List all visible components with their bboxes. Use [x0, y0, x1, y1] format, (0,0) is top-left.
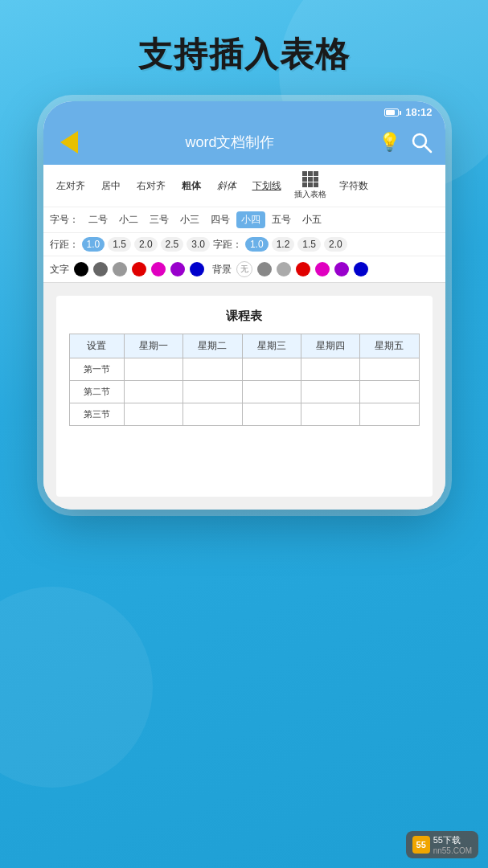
cell-mon-1[interactable] [124, 358, 182, 381]
line-spacing-25[interactable]: 2.5 [161, 237, 184, 252]
bg-color-label: 背景 [212, 263, 232, 276]
cell-fri-2[interactable] [360, 381, 419, 403]
text-color-label: 文字 [50, 263, 69, 276]
bulb-icon[interactable]: 💡 [379, 132, 400, 153]
font-size-san[interactable]: 三号 [145, 211, 174, 228]
char-spacing-label: 字距： [213, 238, 242, 252]
char-spacing-1[interactable]: 1.0 [245, 237, 269, 252]
back-button[interactable] [56, 129, 82, 155]
line-spacing-label: 行距： [50, 238, 79, 252]
text-color-gray[interactable] [113, 262, 127, 276]
document-inner: 课程表 设置 星期一 星期二 星期三 星期四 星期五 第一节 [56, 296, 433, 497]
watermark-site: 55下载 [433, 834, 472, 846]
cell-tue-2[interactable] [183, 381, 242, 403]
cell-tue-3[interactable] [183, 403, 242, 426]
page-title: 支持插入表格 [0, 0, 488, 93]
cell-thu-1[interactable] [301, 358, 359, 381]
bg-no-color-button[interactable]: 无 [236, 261, 252, 277]
bg-color-red[interactable] [296, 262, 310, 276]
header-cell-tue: 星期二 [183, 334, 242, 358]
header-cell-thu: 星期四 [301, 334, 359, 358]
cell-wed-1[interactable] [242, 358, 301, 381]
watermark: 55 55下载 nn55.COM [406, 831, 478, 858]
search-button[interactable] [410, 131, 433, 154]
bg-color-gray[interactable] [277, 262, 291, 276]
line-spacing-15[interactable]: 1.5 [108, 237, 131, 252]
char-spacing-2[interactable]: 2.0 [324, 237, 347, 252]
status-bar: 18:12 [43, 101, 445, 123]
spacing-row: 行距： 1.0 1.5 2.0 2.5 3.0 字距： 1.0 1.2 1.5 … [43, 233, 445, 256]
line-spacing-3[interactable]: 3.0 [187, 237, 210, 252]
cell-fri-3[interactable] [360, 403, 419, 426]
table-row: 第二节 [69, 381, 419, 403]
header-cell-wed: 星期三 [242, 334, 301, 358]
watermark-logo: 55 [412, 836, 430, 854]
schedule-table: 设置 星期一 星期二 星期三 星期四 星期五 第一节 [69, 334, 420, 426]
watermark-domain: nn55.COM [433, 846, 472, 855]
right-align-button[interactable]: 右对齐 [130, 176, 172, 196]
cell-tue-1[interactable] [183, 358, 242, 381]
battery-indicator [384, 108, 399, 117]
font-size-label: 字号： [50, 213, 79, 227]
bold-button[interactable]: 粗体 [175, 176, 207, 196]
char-count-button[interactable]: 字符数 [333, 176, 375, 196]
font-size-xiao4[interactable]: 小四 [236, 211, 265, 228]
row-label-2: 第二节 [69, 381, 124, 403]
italic-button[interactable]: 斜体 [211, 176, 243, 196]
header-cell-fri: 星期五 [360, 334, 419, 358]
font-size-wu[interactable]: 五号 [267, 211, 296, 228]
search-icon [410, 131, 433, 154]
text-color-black[interactable] [74, 262, 88, 276]
table-header-row: 设置 星期一 星期二 星期三 星期四 星期五 [69, 334, 419, 358]
cell-mon-2[interactable] [124, 381, 182, 403]
text-color-red[interactable] [132, 262, 146, 276]
text-color-blue[interactable] [190, 262, 204, 276]
document-area: 课程表 设置 星期一 星期二 星期三 星期四 星期五 第一节 [43, 283, 445, 510]
back-arrow-icon [60, 131, 78, 154]
cell-wed-2[interactable] [242, 381, 301, 403]
table-grid-icon [302, 171, 318, 187]
left-align-button[interactable]: 左对齐 [50, 176, 92, 196]
text-color-purple[interactable] [170, 262, 185, 276]
text-color-darkgray[interactable] [93, 262, 108, 276]
app-header: word文档制作 💡 [43, 123, 445, 165]
text-color-magenta[interactable] [151, 262, 166, 276]
cell-mon-3[interactable] [124, 403, 182, 426]
font-size-xiao2[interactable]: 小二 [114, 211, 143, 228]
table-row: 第一节 [69, 358, 419, 381]
char-spacing-12[interactable]: 1.2 [272, 237, 295, 252]
header-icons: 💡 [379, 131, 433, 154]
bg-color-blue[interactable] [354, 262, 368, 276]
svg-line-1 [424, 145, 431, 152]
header-cell-settings: 设置 [69, 334, 124, 358]
font-size-xiao5[interactable]: 小五 [297, 211, 326, 228]
bg-color-magenta[interactable] [315, 262, 330, 276]
cell-thu-2[interactable] [301, 381, 359, 403]
char-spacing-15[interactable]: 1.5 [297, 237, 321, 252]
app-title: word文档制作 [92, 133, 369, 152]
table-title: 课程表 [69, 309, 420, 324]
line-spacing-2[interactable]: 2.0 [134, 237, 158, 252]
bg-color-darkgray[interactable] [257, 262, 272, 276]
font-size-si[interactable]: 四号 [206, 211, 235, 228]
cell-thu-3[interactable] [301, 403, 359, 426]
underline-button[interactable]: 下划线 [246, 176, 288, 196]
header-cell-mon: 星期一 [124, 334, 182, 358]
insert-table-button[interactable]: 插入表格 [291, 170, 330, 202]
font-size-xiao3[interactable]: 小三 [175, 211, 204, 228]
phone-mockup: 18:12 word文档制作 💡 左对齐 居中 右对齐 粗体 斜体 下划线 [43, 101, 445, 510]
font-size-row: 字号： 二号 小二 三号 小三 四号 小四 五号 小五 [43, 207, 445, 233]
row-label-1: 第一节 [69, 358, 124, 381]
cell-fri-1[interactable] [360, 358, 419, 381]
cell-wed-3[interactable] [242, 403, 301, 426]
toolbar: 左对齐 居中 右对齐 粗体 斜体 下划线 插入表格 字符数 [43, 165, 445, 207]
insert-table-label: 插入表格 [294, 189, 326, 200]
row-label-3: 第三节 [69, 403, 124, 426]
table-row: 第三节 [69, 403, 419, 426]
status-time: 18:12 [405, 106, 432, 118]
bg-color-purple[interactable] [334, 262, 349, 276]
font-size-erhao[interactable]: 二号 [84, 211, 113, 228]
color-row: 文字 背景 无 [43, 256, 445, 283]
line-spacing-1[interactable]: 1.0 [82, 237, 105, 252]
center-align-button[interactable]: 居中 [95, 176, 127, 196]
